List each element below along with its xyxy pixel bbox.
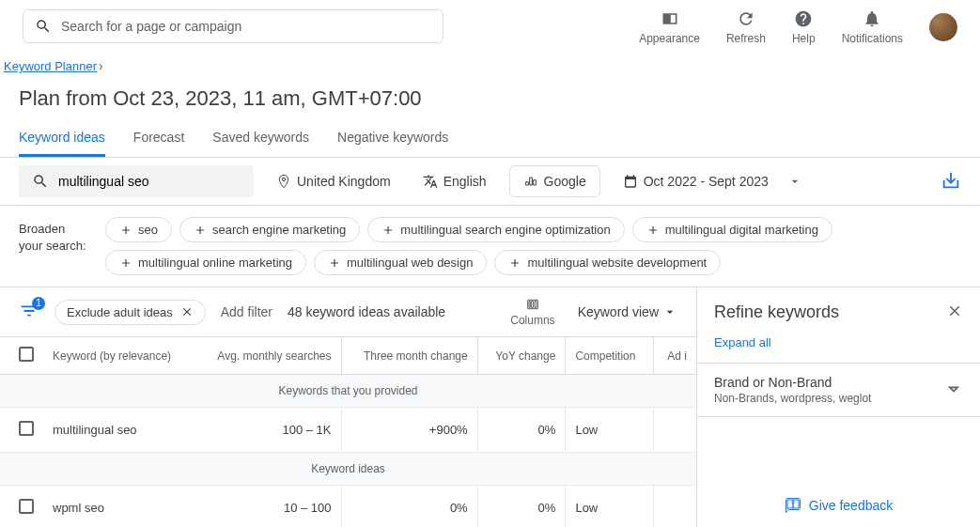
add-filter-button[interactable]: Add filter (221, 304, 272, 319)
cell-avg: 10 – 100 (194, 486, 341, 528)
close-icon (946, 302, 963, 319)
section-ideas: Keyword ideas (0, 453, 696, 486)
keywords-table: Keyword (by relevance) Avg. monthly sear… (0, 336, 696, 527)
refine-group-title: Brand or Non-Brand (714, 375, 871, 390)
avatar[interactable] (929, 13, 957, 41)
date-range-value: Oct 2022 - Sept 2023 (644, 174, 769, 189)
search-icon (32, 173, 49, 190)
col-avg[interactable]: Avg. monthly searches (194, 337, 341, 375)
broaden-chip[interactable]: multilingual search engine optimization (367, 217, 624, 242)
plus-icon (194, 224, 207, 237)
col-checkbox[interactable] (0, 337, 43, 375)
exclude-adult-chip[interactable]: Exclude adult ideas (54, 300, 206, 325)
chevron-down-icon (944, 380, 963, 401)
refresh-label: Refresh (726, 32, 766, 45)
broaden-chip[interactable]: multilingual online marketing (105, 250, 306, 275)
page-title: Plan from Oct 23, 2023, 11 am, GMT+07:00 (0, 73, 980, 118)
col-competition[interactable]: Competition (566, 337, 654, 375)
give-feedback-button[interactable]: Give feedback (697, 480, 980, 527)
tab-forecast[interactable]: Forecast (133, 118, 184, 157)
plus-icon (328, 256, 341, 270)
tab-keyword-ideas[interactable]: Keyword ideas (19, 118, 105, 157)
columns-button[interactable]: Columns (510, 297, 554, 327)
appearance-label: Appearance (639, 32, 700, 45)
refine-group-brand[interactable]: Brand or Non-Brand Non-Brands, wordpress… (697, 363, 980, 417)
tab-saved-keywords[interactable]: Saved keywords (212, 118, 309, 157)
appearance-button[interactable]: Appearance (639, 9, 700, 45)
chevron-down-icon (662, 304, 677, 319)
col-keyword[interactable]: Keyword (by relevance) (43, 337, 194, 375)
row-checkbox[interactable] (19, 421, 34, 436)
feedback-icon (785, 497, 801, 514)
cell-comp: Low (566, 408, 654, 453)
global-search[interactable] (23, 9, 443, 43)
language-icon (423, 174, 438, 189)
keyword-input[interactable] (58, 174, 241, 189)
cell-avg: 100 – 1K (194, 408, 341, 453)
breadcrumb: Keyword Planner› (0, 53, 980, 73)
calendar-icon (623, 174, 638, 189)
ideas-available: 48 keyword ideas available (288, 304, 445, 319)
language-filter[interactable]: English (413, 168, 496, 194)
help-button[interactable]: Help (792, 9, 816, 45)
chevron-right-icon: › (99, 58, 103, 73)
cell-keyword: multilingual seo (43, 408, 194, 453)
close-panel-button[interactable] (946, 302, 963, 322)
location-value: United Kingdom (297, 174, 391, 189)
search-icon (35, 18, 52, 35)
language-value: English (443, 174, 487, 189)
cell-yoy: 0% (477, 408, 566, 453)
refine-group-sub: Non-Brands, wordpress, weglot (714, 392, 871, 405)
broaden-chip[interactable]: multilingual digital marketing (632, 217, 832, 242)
location-icon (276, 174, 291, 189)
plus-icon (119, 256, 132, 270)
location-filter[interactable]: United Kingdom (267, 168, 400, 194)
broaden-chip[interactable]: seo (105, 217, 172, 242)
plus-icon (381, 224, 395, 237)
cell-yoy: 0% (477, 486, 566, 528)
breadcrumb-link[interactable]: Keyword Planner (4, 59, 97, 73)
network-icon (523, 174, 538, 189)
download-icon (941, 170, 961, 191)
plus-icon (646, 224, 660, 237)
close-icon[interactable] (180, 305, 194, 318)
broaden-chip[interactable]: search engine marketing (179, 217, 360, 242)
col-yoy[interactable]: YoY change (477, 337, 566, 375)
cell-three: 0% (341, 486, 477, 528)
refresh-icon (737, 9, 755, 28)
notifications-button[interactable]: Notifications (842, 9, 903, 45)
date-range-filter[interactable]: Oct 2022 - Sept 2023 (614, 168, 812, 194)
network-filter[interactable]: Google (509, 165, 600, 197)
section-provided: Keywords that you provided (0, 375, 696, 408)
row-checkbox[interactable] (19, 499, 34, 514)
bell-icon (863, 9, 881, 28)
plus-icon (508, 256, 521, 270)
refine-panel: Refine keywords Expand all Brand or Non-… (696, 287, 980, 527)
col-ad[interactable]: Ad i (654, 337, 696, 375)
chevron-down-icon (787, 174, 802, 189)
col-three-month[interactable]: Three month change (341, 337, 477, 375)
refine-title: Refine keywords (714, 302, 839, 322)
expand-all-link[interactable]: Expand all (697, 330, 980, 363)
cell-keyword: wpml seo (43, 486, 194, 528)
table-row[interactable]: wpml seo 10 – 100 0% 0% Low (0, 486, 696, 528)
cell-comp: Low (566, 486, 654, 528)
view-dropdown[interactable]: Keyword view (578, 304, 677, 319)
keyword-input-container[interactable] (19, 165, 254, 197)
plus-icon (119, 224, 132, 237)
help-icon (794, 9, 813, 28)
table-row[interactable]: multilingual seo 100 – 1K +900% 0% Low (0, 408, 696, 453)
filter-badge: 1 (32, 297, 45, 310)
broaden-label: Broaden your search: (19, 217, 92, 275)
broaden-chip[interactable]: multilingual website development (494, 250, 721, 275)
appearance-icon (661, 9, 679, 28)
tabs: Keyword ideas Forecast Saved keywords Ne… (0, 118, 980, 158)
tab-negative-keywords[interactable]: Negative keywords (337, 118, 448, 157)
download-button[interactable] (941, 170, 961, 194)
filter-funnel[interactable]: 1 (19, 301, 39, 324)
cell-three: +900% (341, 408, 477, 453)
refresh-button[interactable]: Refresh (726, 9, 766, 45)
broaden-chip[interactable]: multilingual web design (314, 250, 487, 275)
notifications-label: Notifications (842, 32, 903, 45)
search-input[interactable] (61, 19, 431, 34)
